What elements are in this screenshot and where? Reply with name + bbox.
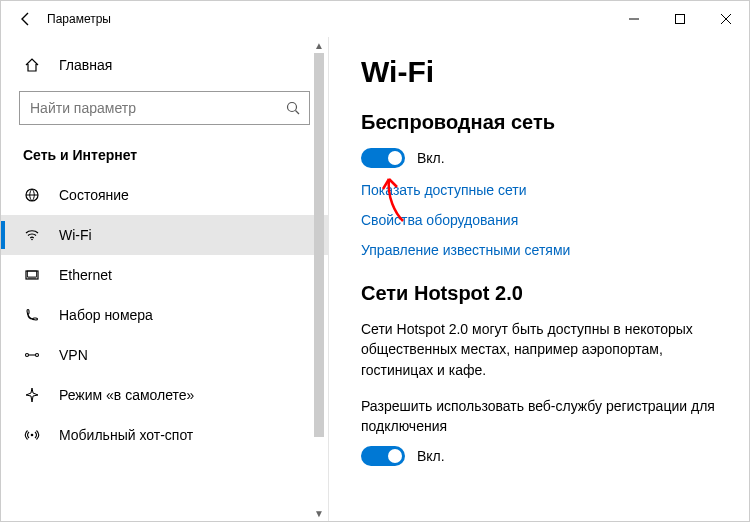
- hotspot-toggle-label: Вкл.: [417, 448, 445, 464]
- wifi-icon: [23, 227, 41, 243]
- vpn-icon: [23, 347, 41, 363]
- home-icon: [23, 57, 41, 73]
- link-manage-known-networks[interactable]: Управление известными сетями: [361, 242, 729, 258]
- svg-rect-7: [28, 271, 37, 277]
- wifi-toggle-label: Вкл.: [417, 150, 445, 166]
- sidebar-item-label: Состояние: [59, 187, 129, 203]
- sidebar-item-label: VPN: [59, 347, 88, 363]
- sidebar-item-ethernet[interactable]: Ethernet: [1, 255, 328, 295]
- search-icon: [285, 100, 301, 116]
- svg-line-3: [296, 111, 300, 115]
- sidebar-item-wifi[interactable]: Wi-Fi: [1, 215, 328, 255]
- svg-point-9: [36, 354, 39, 357]
- svg-point-5: [31, 239, 33, 241]
- hotspot-description: Сети Hotspot 2.0 могут быть доступны в н…: [361, 319, 729, 380]
- ethernet-icon: [23, 267, 41, 283]
- sidebar-section-title: Сеть и Интернет: [1, 135, 328, 175]
- sidebar-item-label: Режим «в самолете»: [59, 387, 194, 403]
- svg-point-2: [288, 103, 297, 112]
- hotspot-heading: Сети Hotspot 2.0: [361, 282, 729, 305]
- sidebar-item-status[interactable]: Состояние: [1, 175, 328, 215]
- link-show-networks[interactable]: Показать доступные сети: [361, 182, 729, 198]
- minimize-button[interactable]: [611, 1, 657, 37]
- sidebar-item-label: Ethernet: [59, 267, 112, 283]
- sidebar-item-vpn[interactable]: VPN: [1, 335, 328, 375]
- airplane-icon: [23, 387, 41, 403]
- wireless-heading: Беспроводная сеть: [361, 111, 729, 134]
- link-hardware-properties[interactable]: Свойства оборудования: [361, 212, 729, 228]
- sidebar-item-airplane[interactable]: Режим «в самолете»: [1, 375, 328, 415]
- svg-rect-1: [676, 15, 685, 24]
- search-placeholder: Найти параметр: [30, 100, 285, 116]
- sidebar-item-hotspot[interactable]: Мобильный хот-спот: [1, 415, 328, 455]
- globe-icon: [23, 187, 41, 203]
- scrollbar-thumb[interactable]: [314, 53, 324, 437]
- sidebar-scrollbar[interactable]: ▲ ▼: [312, 37, 326, 521]
- search-input[interactable]: Найти параметр: [19, 91, 310, 125]
- sidebar-item-label: Мобильный хот-спот: [59, 427, 193, 443]
- sidebar: Главная Найти параметр Сеть и Интернет С…: [1, 37, 329, 521]
- hotspot-icon: [23, 427, 41, 443]
- window-title: Параметры: [43, 12, 111, 26]
- close-button[interactable]: [703, 1, 749, 37]
- hotspot-allow-label: Разрешить использовать веб-службу регист…: [361, 396, 729, 437]
- content-pane: Wi-Fi Беспроводная сеть Вкл. Показать до…: [329, 37, 749, 521]
- sidebar-item-dialup[interactable]: Набор номера: [1, 295, 328, 335]
- wifi-toggle[interactable]: [361, 148, 405, 168]
- hotspot-toggle[interactable]: [361, 446, 405, 466]
- home-nav[interactable]: Главная: [1, 45, 328, 85]
- svg-point-11: [31, 434, 34, 437]
- scroll-down-icon[interactable]: ▼: [312, 505, 326, 521]
- sidebar-item-label: Набор номера: [59, 307, 153, 323]
- maximize-button[interactable]: [657, 1, 703, 37]
- home-label: Главная: [59, 57, 112, 73]
- sidebar-item-label: Wi-Fi: [59, 227, 92, 243]
- phone-icon: [23, 307, 41, 323]
- page-title: Wi-Fi: [361, 55, 729, 89]
- back-button[interactable]: [9, 1, 43, 37]
- svg-point-8: [26, 354, 29, 357]
- scroll-up-icon[interactable]: ▲: [312, 37, 326, 53]
